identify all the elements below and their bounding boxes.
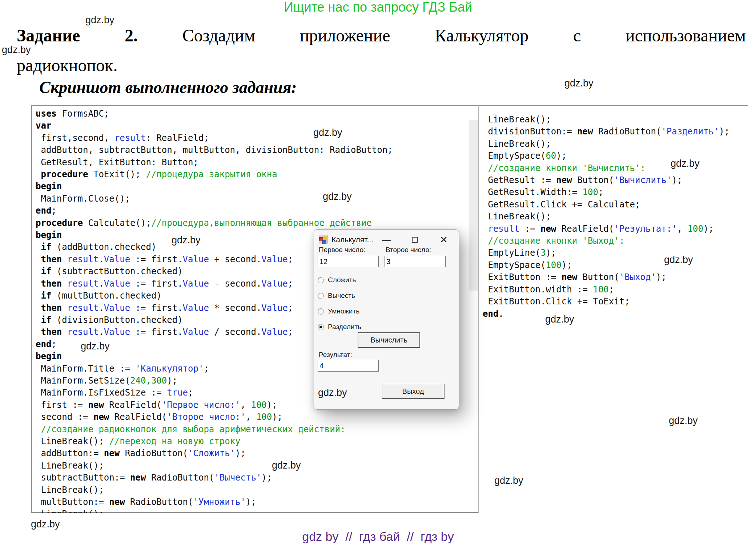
watermark: gdz.by [669,415,698,426]
code-line: ExitButton.Click += ToExit; [483,296,746,308]
promo-banner: Ищите нас по запросу ГДЗ Бай [0,0,756,15]
code-line: begin [36,181,468,193]
watermark: gdz.by [85,15,114,25]
code-line: LineBreak(); //переход на новую строку [36,435,468,447]
radio-option-1[interactable]: Сложить [318,276,356,284]
code-line: LineBreak(); [483,138,746,150]
code-column-right: LineBreak(); divisionButton:= new RadioB… [483,114,746,320]
radio-option-2[interactable]: Вычесть [318,291,355,300]
task-heading-text: Создадим приложение Калькулятор с исполь… [182,26,746,45]
task-heading-line2: радиокнопок. [17,55,117,75]
watermark: gdz.by [81,341,110,352]
result-label: Результат: [319,351,352,359]
code-line: LineBreak(); [36,484,468,496]
watermark: gdz.by [545,314,574,325]
scrollbar-thumb[interactable] [469,120,478,291]
code-line: addButton, subtractButton, multButton, d… [36,144,468,156]
code-line: procedure ToExit(); //процедура закрытия… [36,169,468,181]
code-line: end; [36,205,468,217]
calculate-button[interactable]: Вычислить [358,332,420,348]
code-line: LineBreak(); [483,211,746,223]
code-line: GetResult.Width:= 100; [483,186,746,198]
code-line: ExitButton.width := 100; [483,284,746,296]
result-input[interactable] [318,360,379,372]
task-heading-number: Задание 2. [17,26,138,45]
code-line: second := new RealField('Второе число:',… [36,411,468,423]
first-number-label: Первое число: [319,246,365,254]
code-line: MainForm.Close(); [36,193,468,205]
watermark: gdz.by [172,235,201,246]
maximize-icon [412,237,418,243]
code-line: //создание кнопки 'Вычислить': [483,162,746,174]
watermark: gdz.by [313,127,342,138]
watermark: gdz.by [664,254,693,265]
second-number-input[interactable] [385,256,446,267]
code-line: GetResult := new Button('Вычислить'); [483,174,746,186]
radio-icon [318,277,324,283]
screenshot-subheading: Скриншот выполненного задания: [39,78,297,97]
code-line: end. [483,308,746,320]
watermark: gdz.by [494,475,523,486]
code-line: LineBreak(); [36,460,468,472]
radio-icon [318,293,324,299]
radio-label: Вычесть [328,292,355,300]
code-line: EmptySpace(60); [483,150,746,162]
code-line: GetResult.Click += Calculate; [483,199,746,211]
code-line: //создание радиокнопок для выбора арифме… [36,424,468,435]
code-line: LineBreak(); [483,114,746,126]
watermark: gdz.by [564,78,594,89]
watermark: gdz.by [2,44,31,55]
code-line: EmptySpace(100); [483,259,746,271]
code-line: first,second, result: RealField; [36,132,468,144]
radio-label: Сложить [328,276,356,284]
watermark: gdz.by [272,460,301,471]
radio-icon [318,308,324,315]
first-number-input[interactable] [318,256,379,267]
code-line: result := new RealField('Результат:', 10… [483,223,746,235]
code-line: EmptyLine(3); [483,247,746,259]
radio-label: Разделить [328,323,361,331]
app-icon [318,235,328,244]
code-line: GetResult, ExitButton: Button; [36,157,468,169]
code-line: procedure Calculate();//процедура,выполн… [36,217,468,229]
code-line: uses FormsABC; [36,108,468,120]
task-heading: Задание 2. Создадим приложение Калькулят… [17,25,746,46]
code-line: multButton:= new RadioButton('Умножить')… [36,496,468,508]
code-line: //создание кнопки 'Выход': [483,235,746,247]
code-line: addButton:= new RadioButton('Сложить'); [36,447,468,459]
code-line: LineBreak(); [36,508,468,513]
close-button[interactable]: ✕ [435,230,452,250]
calculator-window: Калькулят... — ✕ Первое число: Второе чи… [314,229,459,410]
second-number-label: Второе число: [386,246,431,254]
column-divider [478,105,479,513]
watermark: gdz.by [671,158,700,169]
window-title: Калькулят... [331,235,373,244]
radio-option-3[interactable]: Умножить [318,307,359,316]
watermark: gdz.by [31,519,60,530]
radio-label: Умножить [328,307,359,315]
code-line: var [36,120,468,132]
watermark: gdz.by [318,387,347,398]
exit-button[interactable]: Выход [382,384,445,399]
code-line: divisionButton:= new RadioButton('Раздел… [483,126,746,138]
radio-icon [318,324,324,330]
radio-option-4[interactable]: Разделить [318,323,361,331]
code-line: ExitButton := new Button('Выход'); [483,271,746,283]
footer-text: gdz by // гдз бай // гдз by [0,530,756,544]
watermark: gdz.by [323,191,352,202]
code-line: subtractButton:= new RadioButton('Вычест… [36,472,468,484]
